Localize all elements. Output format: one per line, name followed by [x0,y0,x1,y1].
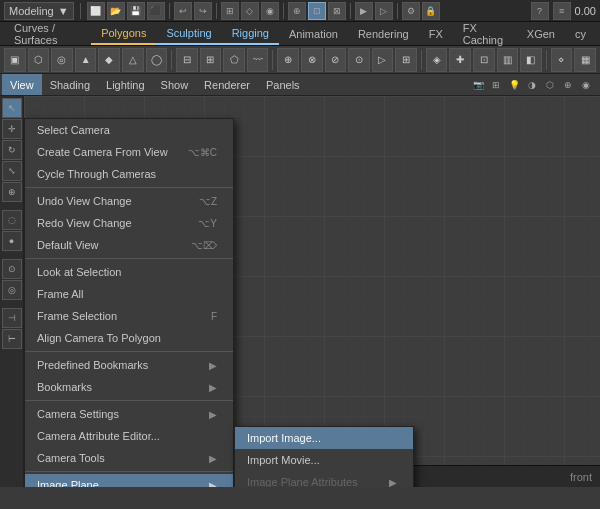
bevel-tool[interactable]: ◈ [426,48,448,72]
shading-menu[interactable]: Shading [42,74,98,95]
menu-undo-view[interactable]: Undo View Change ⌥Z [25,190,233,212]
view-dropdown-menu: Select Camera Create Camera From View ⌥⌘… [24,118,234,487]
menu-image-plane[interactable]: Image Plane ▶ [25,474,233,487]
lock-icon[interactable]: 🔒 [422,2,440,20]
help-icon[interactable]: ? [531,2,549,20]
paint-lt-btn[interactable]: ● [2,231,22,251]
sep4 [283,3,284,19]
menu-camera-settings[interactable]: Camera Settings ▶ [25,403,233,425]
prism-tool[interactable]: ⬠ [223,48,245,72]
connect-tool[interactable]: ✚ [449,48,471,72]
save-icon[interactable]: 💾 [127,2,145,20]
smooth-tool[interactable]: ⋄ [551,48,573,72]
menu-camera-attr-editor[interactable]: Camera Attribute Editor... [25,425,233,447]
menu-frame-all[interactable]: Frame All [25,283,233,305]
light-icon[interactable]: 💡 [506,77,522,93]
lasso-lt-btn[interactable]: ◌ [2,210,22,230]
offset-tool[interactable]: ◧ [520,48,542,72]
tab-curves-surfaces[interactable]: Curves / Surfaces [4,22,91,45]
new-file-icon[interactable]: ⬜ [87,2,105,20]
show-menu[interactable]: Show [153,74,197,95]
box-tool[interactable]: ⬡ [28,48,50,72]
tab-polygons[interactable]: Polygons [91,22,156,45]
main-area: ↖ ✛ ↻ ⤡ ⊕ ◌ ● ⊙ ◎ ⊣ ⊢ [0,96,600,487]
settings-icon[interactable]: ⚙ [402,2,420,20]
view-menu[interactable]: View [2,74,42,95]
insert-tool[interactable]: ▥ [497,48,519,72]
renderer-menu[interactable]: Renderer [196,74,258,95]
redo-icon[interactable]: ↪ [194,2,212,20]
curve-snap-icon[interactable]: ⊠ [328,2,346,20]
tab-cy[interactable]: cy [565,22,596,45]
panels-menu[interactable]: Panels [258,74,308,95]
tab-animation[interactable]: Animation [279,22,348,45]
menu-camera-tools[interactable]: Camera Tools ▶ [25,447,233,469]
menu-bookmarks[interactable]: Bookmarks ▶ [25,376,233,398]
select-icon[interactable]: ⊞ [221,2,239,20]
workspace-dropdown[interactable]: Modeling ▼ [4,2,74,20]
submenu-import-movie[interactable]: Import Movie... [235,449,413,471]
shading2-icon[interactable]: ◑ [524,77,540,93]
subdivide-tool[interactable]: ▦ [574,48,596,72]
pyramid-tool[interactable]: △ [122,48,144,72]
menu-redo-view[interactable]: Redo View Change ⌥Y [25,212,233,234]
undo-icon[interactable]: ↩ [174,2,192,20]
render-icon[interactable]: ▶ [355,2,373,20]
tab-fx[interactable]: FX [419,22,453,45]
fill-tool[interactable]: ⊙ [348,48,370,72]
select-tool[interactable]: ▣ [4,48,26,72]
viewport-icon[interactable]: ⊕ [560,77,576,93]
scale-lt-btn[interactable]: ⤡ [2,161,22,181]
submenu-import-image[interactable]: Import Image... [235,427,413,449]
cone-tool[interactable]: ▲ [75,48,97,72]
submenu-image-plane-attrs: Image Plane Attributes ▶ [235,471,413,487]
menu-predefined-bookmarks[interactable]: Predefined Bookmarks ▶ [25,354,233,376]
tab-xgen[interactable]: XGen [517,22,565,45]
soft-lt-btn[interactable]: ◎ [2,280,22,300]
measure-lt-btn[interactable]: ⊣ [2,308,22,328]
hud-icon[interactable]: ◉ [578,77,594,93]
sphere-tool[interactable]: ◎ [51,48,73,72]
ipr-icon[interactable]: ▷ [375,2,393,20]
merge-tool[interactable]: ⊞ [395,48,417,72]
wire-icon[interactable]: ⬡ [542,77,558,93]
wedge-tool[interactable]: ▷ [372,48,394,72]
channel-icon[interactable]: ≡ [553,2,571,20]
helix-tool[interactable]: 〰 [247,48,269,72]
snap-icon[interactable]: ⊕ [288,2,306,20]
viewport[interactable]: X Y Select Camera Create Camera From Vie… [24,96,600,487]
cam-icon[interactable]: 📷 [470,77,486,93]
menu-look-selection[interactable]: Look at Selection [25,261,233,283]
lasso-icon[interactable]: ◇ [241,2,259,20]
grid-snap-icon[interactable]: ⊡ [308,2,326,20]
open-icon[interactable]: 📂 [107,2,125,20]
gem-tool[interactable]: ◆ [98,48,120,72]
universal-lt-btn[interactable]: ⊕ [2,182,22,202]
tab-rigging[interactable]: Rigging [222,22,279,45]
save-as-icon[interactable]: ⬛ [147,2,165,20]
menu-select-camera[interactable]: Select Camera [25,119,233,141]
script-lt-btn[interactable]: ⊢ [2,329,22,349]
rotate-lt-btn[interactable]: ↻ [2,140,22,160]
plane-tool[interactable]: ⊟ [176,48,198,72]
select-lt-btn[interactable]: ↖ [2,98,22,118]
lighting-menu[interactable]: Lighting [98,74,153,95]
disk-tool[interactable]: ⊞ [200,48,222,72]
menu-create-camera[interactable]: Create Camera From View ⌥⌘C [25,141,233,163]
extrude-tool[interactable]: ⊕ [277,48,299,72]
tab-fx-caching[interactable]: FX Caching [453,22,517,45]
snap-lt-btn[interactable]: ⊙ [2,259,22,279]
menu-frame-selection[interactable]: Frame Selection F [25,305,233,327]
split-tool[interactable]: ⊡ [473,48,495,72]
move-lt-btn[interactable]: ✛ [2,119,22,139]
paint-icon[interactable]: ◉ [261,2,279,20]
bridge-tool[interactable]: ⊗ [301,48,323,72]
tab-rendering[interactable]: Rendering [348,22,419,45]
grid-icon[interactable]: ⊞ [488,77,504,93]
menu-cycle-cameras[interactable]: Cycle Through Cameras [25,163,233,185]
torus-tool[interactable]: ◯ [146,48,168,72]
tab-sculpting[interactable]: Sculpting [156,22,221,45]
append-tool[interactable]: ⊘ [325,48,347,72]
menu-align-camera[interactable]: Align Camera To Polygon [25,327,233,349]
menu-default-view[interactable]: Default View ⌥⌦ [25,234,233,256]
